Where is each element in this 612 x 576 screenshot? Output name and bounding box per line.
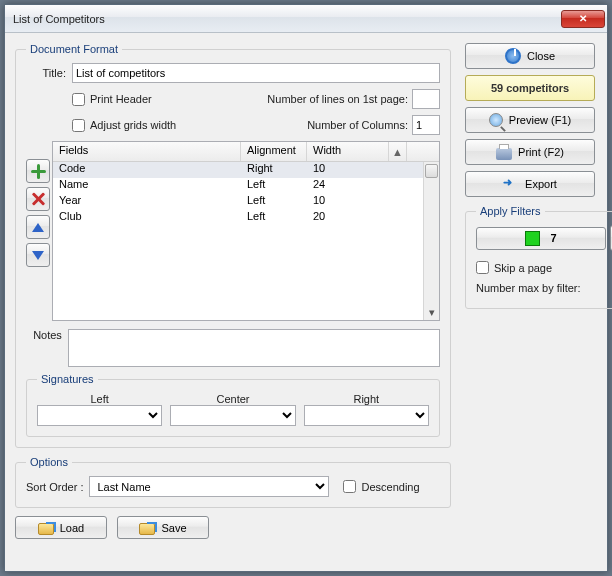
table-row[interactable]: Year Left 10 — [53, 194, 439, 210]
sig-center-combo[interactable] — [170, 405, 295, 426]
dialog-body: Close 59 competitors Preview (F1) Print … — [5, 33, 607, 571]
max-by-filter-label: Number max by filter: — [476, 282, 612, 294]
descending-label: Descending — [361, 481, 419, 493]
sig-center-label: Center — [216, 393, 249, 405]
print-button[interactable]: Print (F2) — [465, 139, 595, 165]
notes-label: Notes — [26, 329, 68, 341]
print-header-label: Print Header — [90, 93, 267, 105]
sort-order-combo[interactable]: Last Name — [89, 476, 329, 497]
close-button[interactable]: Close — [465, 43, 595, 69]
signatures-legend: Signatures — [37, 373, 98, 385]
preview-label: Preview (F1) — [509, 114, 571, 126]
col-width-header[interactable]: Width — [307, 142, 389, 161]
delete-row-button[interactable] — [26, 187, 50, 211]
document-format-legend: Document Format — [26, 43, 122, 55]
col-alignment-header[interactable]: Alignment — [241, 142, 307, 161]
notes-textarea[interactable] — [68, 329, 440, 367]
lines-first-page-label: Number of lines on 1st page: — [267, 93, 408, 105]
export-label: Export — [525, 178, 557, 190]
sort-order-label: Sort Order : — [26, 481, 89, 493]
add-row-button[interactable] — [26, 159, 50, 183]
delete-icon — [30, 191, 46, 207]
apply-filters-legend: Apply Filters — [476, 205, 545, 217]
col-fields-header[interactable]: Fields — [53, 142, 241, 161]
window-close-button[interactable] — [561, 10, 605, 28]
sig-right-label: Right — [353, 393, 379, 405]
export-button[interactable]: ➜ Export — [465, 171, 595, 197]
close-label: Close — [527, 50, 555, 62]
sig-left-combo[interactable] — [37, 405, 162, 426]
scrollbar-thumb[interactable] — [425, 164, 438, 178]
sig-right-combo[interactable] — [304, 405, 429, 426]
skip-page-label: Skip a page — [494, 262, 552, 274]
move-up-button[interactable] — [26, 215, 50, 239]
sig-left-label: Left — [90, 393, 108, 405]
descending-checkbox[interactable] — [343, 480, 356, 493]
competitors-count-status: 59 competitors — [465, 75, 595, 101]
load-label: Load — [60, 522, 84, 534]
lines-first-page-input[interactable] — [412, 89, 440, 109]
export-icon: ➜ — [503, 176, 519, 192]
move-down-button[interactable] — [26, 243, 50, 267]
num-columns-input[interactable] — [412, 115, 440, 135]
table-vscrollbar[interactable]: ▾ — [423, 162, 439, 320]
signatures-group: Signatures Left Center Right — [26, 373, 440, 437]
right-panel: Close 59 competitors Preview (F1) Print … — [465, 43, 597, 317]
apply-filters-group: Apply Filters 7 x Skip a page Number max… — [465, 205, 612, 309]
options-legend: Options — [26, 456, 72, 468]
folder-open-icon — [38, 523, 54, 535]
plus-icon — [29, 162, 47, 180]
table-row[interactable]: Name Left 24 — [53, 178, 439, 194]
title-input[interactable] — [72, 63, 440, 83]
load-button[interactable]: Load — [15, 516, 107, 539]
skip-page-checkbox[interactable] — [476, 261, 489, 274]
save-label: Save — [161, 522, 186, 534]
magnifier-icon — [489, 113, 503, 127]
options-group: Options Sort Order : Last Name Descendin… — [15, 456, 451, 508]
folder-save-icon — [139, 523, 155, 535]
power-icon — [505, 48, 521, 64]
fields-table[interactable]: Fields Alignment Width ▲ Code Right 10 — [52, 141, 440, 321]
table-body: Code Right 10 Name Left 24 Year — [53, 162, 439, 226]
table-header: Fields Alignment Width ▲ — [53, 142, 439, 162]
filter-count: 7 — [550, 232, 556, 244]
title-label: Title: — [26, 67, 72, 79]
filter-count-button[interactable]: 7 — [476, 227, 606, 250]
print-label: Print (F2) — [518, 146, 564, 158]
scrollbar-down-arrow[interactable]: ▾ — [424, 304, 439, 320]
num-columns-label: Number of Columns: — [307, 119, 408, 131]
arrow-up-icon — [32, 223, 44, 232]
dialog-window: List of Competitors Close 59 competitors… — [4, 4, 608, 572]
adjust-grids-checkbox[interactable] — [72, 119, 85, 132]
preview-button[interactable]: Preview (F1) — [465, 107, 595, 133]
arrow-down-icon — [32, 251, 44, 260]
green-square-icon — [525, 231, 540, 246]
adjust-grids-label: Adjust grids width — [90, 119, 307, 131]
print-header-checkbox[interactable] — [72, 93, 85, 106]
col-sort-header[interactable]: ▲ — [389, 142, 407, 161]
table-row[interactable]: Code Right 10 — [53, 162, 439, 178]
left-panel: Document Format Title: Print Header Numb… — [15, 43, 451, 539]
table-row[interactable]: Club Left 20 — [53, 210, 439, 226]
save-button[interactable]: Save — [117, 516, 209, 539]
window-title: List of Competitors — [13, 13, 557, 25]
printer-icon — [496, 148, 512, 160]
document-format-group: Document Format Title: Print Header Numb… — [15, 43, 451, 448]
titlebar: List of Competitors — [5, 5, 607, 33]
